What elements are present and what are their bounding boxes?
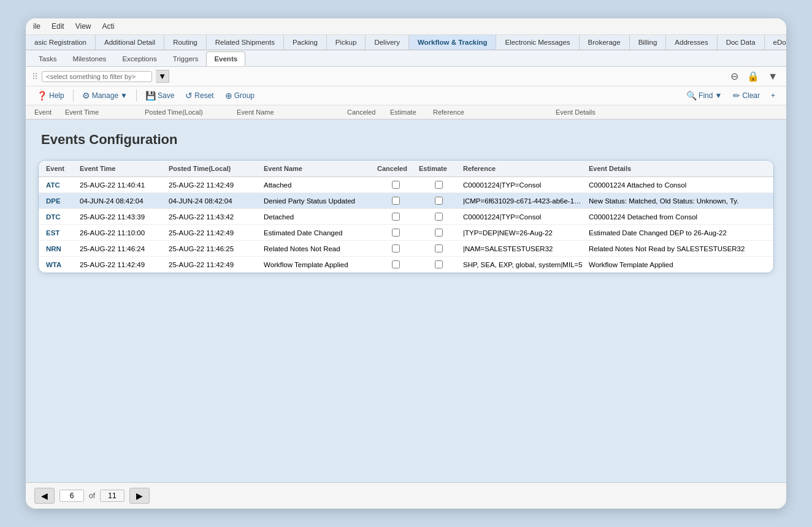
canceled-checkbox[interactable] [392,260,400,268]
tab-basic-registration[interactable]: asic Registration [26,35,96,50]
tab-routing[interactable]: Routing [164,35,207,50]
cell-canceled[interactable] [375,243,416,254]
cell-canceled[interactable] [375,211,416,222]
current-page-input[interactable] [59,490,84,502]
cell-canceled[interactable] [375,195,416,206]
clear-icon: ✏ [733,91,740,100]
tab-electronic-messages[interactable]: Electronic Messages [496,35,579,50]
group-icon: ⊕ [225,91,232,100]
add-button[interactable]: + [766,89,780,102]
reset-button[interactable]: ↺ Reset [180,89,218,102]
sub-tab-milestones[interactable]: Milestones [64,51,114,66]
table-row[interactable]: DTC 25-AUG-22 11:43:39 25-AUG-22 11:43:4… [39,209,773,225]
col-header-event-details: Event Details [553,107,780,117]
dropdown-arrow-icon[interactable]: ▼ [765,70,780,83]
cell-reference: |CMP=6f631029-c671-4423-ab6e-144b... [461,196,586,206]
cell-estimate[interactable] [416,195,461,206]
filter-select[interactable]: <select something to filter by> [42,71,152,82]
cell-canceled[interactable] [375,227,416,238]
col-header-event: Event [32,107,63,117]
cell-reference: C00001224|TYP=Consol [461,180,586,190]
tab-edocs[interactable]: eDocs [765,35,786,50]
tab-brokerage[interactable]: Brokerage [580,35,630,50]
table-row[interactable]: NRN 25-AUG-22 11:46:24 25-AUG-22 11:46:2… [39,241,773,257]
cell-reference: C00001224|TYP=Consol [461,212,586,222]
total-pages-display [100,490,124,502]
cell-canceled[interactable] [375,180,416,190]
page-title: Events Configuration [38,132,774,148]
lock-icon[interactable]: 🔒 [745,69,762,83]
sub-tab-exceptions[interactable]: Exceptions [114,51,164,66]
cell-canceled[interactable] [375,259,416,270]
menu-edit[interactable]: Edit [52,22,64,31]
cell-event: DTC [44,212,77,222]
clear-button[interactable]: ✏ Clear [728,89,765,102]
cell-event-name: Workflow Template Applied [261,260,375,270]
estimate-checkbox[interactable] [435,197,443,205]
canceled-checkbox[interactable] [392,213,400,221]
manage-icon: ⚙ [82,91,90,100]
tab-packing[interactable]: Packing [284,35,327,50]
tab-pickup[interactable]: Pickup [327,35,366,50]
menu-acti[interactable]: Acti [102,22,115,31]
save-button[interactable]: 💾 Save [140,89,179,102]
table-row[interactable]: DPE 04-JUN-24 08:42:04 04-JUN-24 08:42:0… [39,193,773,209]
cell-event-details: Workflow Template Applied [586,260,768,270]
cell-estimate[interactable] [416,211,461,222]
cell-event-details: Related Notes Not Read by SALESTESTUSER3… [586,244,768,254]
sub-tab-triggers[interactable]: Triggers [165,51,207,66]
manage-button[interactable]: ⚙ Manage ▼ [77,89,132,102]
sub-tab-events[interactable]: Events [206,51,245,66]
table-row[interactable]: ATC 25-AUG-22 11:40:41 25-AUG-22 11:42:4… [39,177,773,193]
tab-delivery[interactable]: Delivery [366,35,409,50]
find-icon: 🔍 [686,91,697,100]
tab-additional-detail[interactable]: Additional Detail [96,35,164,50]
prev-page-button[interactable]: ◀ [34,488,55,504]
cell-estimate[interactable] [416,180,461,190]
estimate-checkbox[interactable] [435,229,443,237]
cell-event-time: 25-AUG-22 11:43:39 [77,212,166,222]
estimate-checkbox[interactable] [435,181,443,189]
filter-bar: ⠿ <select something to filter by> ▼ ⊖ 🔒 … [26,67,786,86]
cell-estimate[interactable] [416,227,461,238]
find-dropdown-arrow: ▼ [714,91,722,100]
cell-estimate[interactable] [416,259,461,270]
tab-addresses[interactable]: Addresses [666,35,717,50]
tab-billing[interactable]: Billing [630,35,667,50]
table-row[interactable]: WTA 25-AUG-22 11:42:49 25-AUG-22 11:42:4… [39,257,773,273]
estimate-checkbox[interactable] [435,260,443,268]
tab-related-shipments[interactable]: Related Shipments [207,35,284,50]
menu-file[interactable]: ile [33,22,40,31]
canceled-checkbox[interactable] [392,245,400,252]
cell-event: NRN [44,244,77,254]
cell-posted-time: 25-AUG-22 11:42:49 [166,260,261,270]
cell-posted-time: 04-JUN-24 08:42:04 [166,196,261,206]
column-headers: Event Event Time Posted Time(Local) Even… [26,105,786,119]
cell-event-time: 25-AUG-22 11:42:49 [77,260,166,270]
filter-dropdown-arrow[interactable]: ▼ [156,70,169,83]
cell-estimate[interactable] [416,243,461,254]
footer-pagination: ◀ of ▶ [26,482,786,509]
canceled-checkbox[interactable] [392,181,400,189]
find-button[interactable]: 🔍 Find ▼ [681,89,727,102]
group-button[interactable]: ⊕ Group [220,89,259,102]
sub-tab-tasks[interactable]: Tasks [31,51,64,66]
cell-posted-time: 25-AUG-22 11:43:42 [166,212,261,222]
tab-workflow-tracking[interactable]: Workflow & Tracking [409,35,497,50]
cell-posted-time: 25-AUG-22 11:42:49 [166,228,261,238]
canceled-checkbox[interactable] [392,229,400,237]
table-row[interactable]: EST 26-AUG-22 11:10:00 25-AUG-22 11:42:4… [39,225,773,241]
minus-icon[interactable]: ⊖ [728,69,741,83]
canceled-checkbox[interactable] [392,197,400,205]
estimate-checkbox[interactable] [435,245,443,252]
drag-handle-icon: ⠿ [32,72,38,82]
menu-view[interactable]: View [75,22,91,31]
cell-event-time: 25-AUG-22 11:46:24 [77,244,166,254]
menu-bar: ile Edit View Acti [26,18,786,35]
tab-doc-data[interactable]: Doc Data [718,35,765,50]
estimate-checkbox[interactable] [435,213,443,221]
next-page-button[interactable]: ▶ [129,488,150,504]
inner-col-posted-time: Posted Time(Local) [166,164,261,173]
help-button[interactable]: ❓ Help [32,89,69,102]
table-body: ATC 25-AUG-22 11:40:41 25-AUG-22 11:42:4… [39,177,773,273]
